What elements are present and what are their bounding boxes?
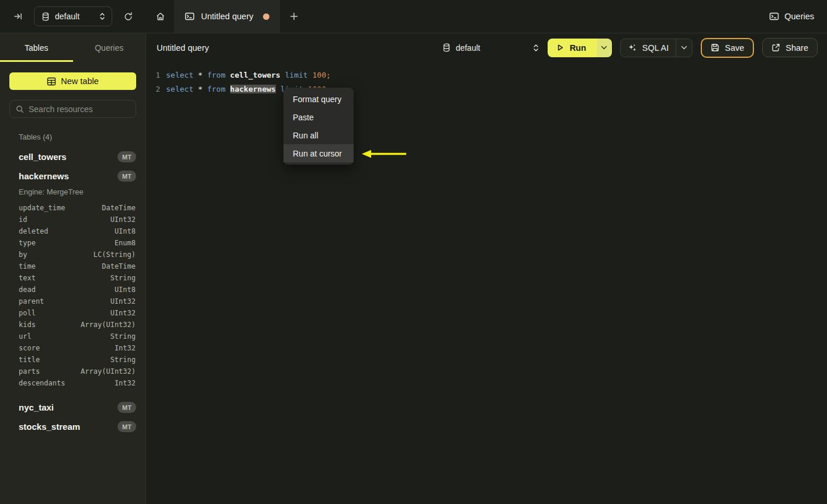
new-tab-button[interactable] [280, 0, 308, 33]
collapse-sidebar-button[interactable] [8, 6, 28, 26]
column-row: byLC(String) [19, 249, 136, 260]
chevron-updown-icon [99, 12, 106, 20]
new-table-button[interactable]: New table [9, 72, 136, 90]
save-button[interactable]: Save [701, 38, 754, 58]
sidebar: Tables Queries New table [0, 33, 146, 504]
column-type: UInt8 [115, 227, 136, 235]
save-icon [711, 43, 719, 52]
engine-label: Engine: MergeTree [19, 187, 136, 196]
chevron-updown-icon [532, 44, 539, 52]
column-row: kidsArray(UInt32) [19, 319, 136, 331]
column-row: pollUInt32 [19, 307, 136, 319]
run-options-caret[interactable] [597, 39, 612, 57]
database-icon [442, 43, 451, 52]
table-row-hackernews[interactable]: hackernews MT [19, 166, 136, 186]
table-row-cell-towers[interactable]: cell_towers MT [19, 147, 136, 166]
queries-button[interactable]: Queries [762, 0, 827, 33]
share-label: Share [786, 43, 808, 53]
column-name: score [19, 344, 40, 352]
search-icon [16, 105, 24, 113]
sql-ai-caret[interactable] [676, 39, 692, 57]
column-row: textString [19, 272, 136, 284]
database-icon [41, 12, 50, 21]
code-token-pl [226, 71, 230, 79]
column-row: urlString [19, 331, 136, 342]
code-token-kw: select [166, 71, 193, 79]
code-token-sel: hackernews [230, 85, 276, 93]
column-type: UInt32 [110, 215, 136, 224]
chevron-down-icon [601, 46, 607, 50]
column-type: Array(UInt32) [81, 321, 136, 329]
menu-item-run-all[interactable]: Run all [283, 126, 354, 144]
code-token-tbl: cell_towers [230, 71, 281, 79]
column-type: DateTime [102, 262, 136, 270]
columns-list: update_timeDateTimeidUInt32deletedUInt8t… [19, 202, 136, 389]
toolbar-database-selector[interactable]: default [442, 39, 539, 57]
column-name: title [19, 356, 40, 364]
search-input[interactable] [29, 105, 130, 114]
column-type: Enum8 [115, 239, 136, 247]
topbar-left-controls: default [0, 0, 146, 33]
engine-badge: MT [117, 421, 136, 432]
collapse-sidebar-icon [13, 12, 23, 21]
tables-section-label: Tables (4) [19, 133, 136, 141]
code-token-kw: from [207, 71, 225, 79]
menu-item-format-query[interactable]: Format query [283, 90, 354, 108]
column-row: update_timeDateTime [19, 202, 136, 214]
column-name: time [19, 262, 36, 270]
app-window: default [0, 0, 827, 504]
code-token-kw: select [166, 85, 193, 93]
column-name: id [19, 215, 27, 224]
column-row: deletedUInt8 [19, 225, 136, 237]
column-name: dead [19, 286, 36, 294]
table-row-nyc-taxi[interactable]: nyc_taxi MT [19, 398, 136, 417]
run-button[interactable]: Run [548, 39, 597, 57]
menu-item-paste[interactable]: Paste [283, 108, 354, 126]
column-type: UInt32 [110, 297, 136, 305]
plus-icon [290, 12, 298, 20]
column-row: deadUInt8 [19, 284, 136, 296]
share-button[interactable]: Share [762, 38, 818, 57]
table-name: nyc_taxi [19, 402, 54, 412]
code-line-1: 1 select * from cell_towers limit 100; [146, 68, 827, 82]
code-token-pl [281, 71, 285, 79]
column-name: deleted [19, 227, 49, 235]
topbar-database-selector[interactable]: default [34, 6, 112, 26]
run-label: Run [570, 43, 586, 53]
column-name: poll [19, 309, 36, 317]
sql-editor[interactable]: 1 select * from cell_towers limit 100; 2… [146, 62, 827, 504]
refresh-button[interactable] [118, 6, 138, 26]
top-bar: default [0, 0, 827, 33]
sql-ai-button[interactable]: SQL AI [621, 39, 676, 57]
column-name: parent [19, 297, 44, 305]
table-name: cell_towers [19, 152, 67, 162]
column-row: scoreInt32 [19, 342, 136, 354]
query-toolbar: Untitled query default [146, 33, 827, 62]
table-icon [47, 77, 56, 86]
save-label: Save [725, 43, 744, 53]
column-name: parts [19, 367, 40, 376]
toolbar-database-value: default [456, 43, 527, 53]
sidebar-tab-tables[interactable]: Tables [0, 33, 73, 62]
menu-item-run-at-cursor[interactable]: Run at cursor [283, 144, 354, 162]
sidebar-tab-queries[interactable]: Queries [73, 33, 146, 62]
queries-label: Queries [784, 12, 814, 21]
column-row: timeDateTime [19, 260, 136, 272]
sidebar-tabs: Tables Queries [0, 33, 146, 62]
query-title: Untitled query [157, 43, 209, 53]
sql-ai-label: SQL AI [642, 43, 669, 53]
column-name: url [19, 332, 32, 340]
play-icon [556, 43, 565, 52]
topbar-database-value: default [55, 12, 94, 21]
external-link-icon [771, 43, 780, 52]
code-token-pl: * [193, 85, 207, 93]
unsaved-indicator-dot [263, 13, 269, 20]
column-row: idUInt32 [19, 214, 136, 225]
table-row-stocks-stream[interactable]: stocks_stream MT [19, 417, 136, 436]
code-token-kw: limit [285, 71, 308, 79]
tab-home[interactable] [146, 0, 174, 33]
code-line-2: 2 select * from hackernews limit 1000 [146, 82, 827, 96]
tab-untitled-query[interactable]: Untitled query [174, 0, 280, 33]
column-type: Int32 [115, 379, 136, 387]
sql-ai-button-group: SQL AI [620, 39, 693, 57]
